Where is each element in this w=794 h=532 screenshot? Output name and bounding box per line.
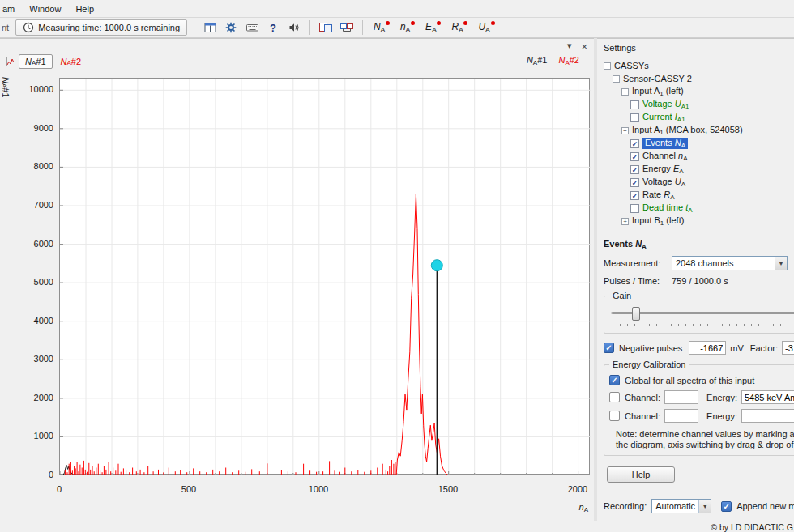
help-button-icon[interactable]: ? bbox=[264, 19, 282, 36]
channel-1-input[interactable] bbox=[664, 390, 698, 404]
display-settings-button[interactable] bbox=[201, 19, 219, 36]
collapse-icon[interactable]: − bbox=[621, 127, 629, 134]
tree-item-label[interactable]: Voltage UA1 bbox=[642, 99, 689, 110]
tree-item-label[interactable]: Current IA1 bbox=[642, 112, 685, 123]
energy-calibration-group: Energy Calibration ✓ Global for all spec… bbox=[604, 364, 794, 456]
menu-bar: am Window Help bbox=[0, 0, 794, 18]
negative-pulses-input[interactable] bbox=[689, 341, 726, 355]
tree-item-label[interactable]: Voltage UA bbox=[642, 177, 685, 188]
tree-checkbox[interactable]: ✓ bbox=[630, 165, 639, 174]
tree-item-label[interactable]: Energy EA bbox=[642, 164, 684, 175]
menu-diagram[interactable]: am bbox=[0, 2, 22, 16]
negative-pulses-checkbox[interactable]: ✓ bbox=[604, 343, 614, 353]
settings-gear-button[interactable] bbox=[222, 19, 240, 36]
measuring-time-button[interactable]: Measuring time: 1000.0 s remaining bbox=[15, 19, 187, 36]
question-icon: ? bbox=[270, 22, 276, 34]
collapse-icon[interactable]: − bbox=[621, 88, 629, 96]
tree-item[interactable]: −Input A1 (left) bbox=[602, 85, 794, 98]
append-measurement-checkbox[interactable]: ✓ bbox=[721, 501, 732, 512]
gain-slider[interactable] bbox=[611, 306, 794, 328]
recording-row: Recording: Automatic ▼ ✓ Append new mea bbox=[604, 499, 794, 513]
tree-checkbox[interactable] bbox=[630, 204, 639, 213]
energy-2-input[interactable] bbox=[741, 409, 794, 423]
recording-select[interactable]: Automatic ▼ bbox=[651, 499, 711, 513]
tree-item[interactable]: ✓Voltage UA bbox=[602, 176, 794, 189]
energy-1-input[interactable] bbox=[741, 390, 794, 404]
x-tick-label: 0 bbox=[43, 484, 75, 494]
tree-item-label[interactable]: Sensor-CASSY 2 bbox=[623, 74, 692, 83]
tree-item-label[interactable]: Input A1 (MCA box, 524058) bbox=[632, 125, 743, 136]
quantity-button-ua[interactable]: UA bbox=[474, 19, 499, 36]
clock-icon bbox=[23, 22, 34, 33]
channel-1-checkbox[interactable] bbox=[609, 392, 620, 402]
tree-checkbox[interactable]: ✓ bbox=[630, 139, 639, 148]
tree-checkbox[interactable]: ✓ bbox=[630, 191, 639, 200]
keyboard-icon bbox=[246, 22, 258, 33]
negative-pulses-label: Negative pulses bbox=[619, 343, 682, 353]
tree-item-label[interactable]: Channel nA bbox=[642, 151, 688, 162]
menu-window[interactable]: Window bbox=[22, 2, 68, 16]
gain-slider-thumb[interactable] bbox=[632, 307, 640, 321]
tree-item-label[interactable]: Events NA bbox=[642, 138, 688, 149]
quantity-button-na[interactable]: nA bbox=[396, 19, 420, 36]
tree-item[interactable]: +Input B1 (left) bbox=[602, 215, 794, 228]
tree-item-label[interactable]: Rate RA bbox=[642, 189, 675, 201]
settings-tree: −CASSYs−Sensor-CASSY 2−Input A1 (left)Vo… bbox=[597, 59, 794, 228]
quantity-button-ea[interactable]: EA bbox=[421, 19, 446, 36]
factor-input[interactable] bbox=[782, 341, 794, 355]
collapse-icon[interactable]: − bbox=[613, 75, 620, 83]
tree-item-label[interactable]: Input A1 (left) bbox=[632, 86, 684, 97]
tree-item[interactable]: ✓Events NA bbox=[602, 137, 794, 150]
quantity-button-ra[interactable]: RA bbox=[447, 19, 472, 36]
toolbar-separator bbox=[194, 20, 194, 35]
marker-dot[interactable] bbox=[431, 260, 442, 271]
channel-2-checkbox[interactable] bbox=[609, 411, 620, 421]
y-tick-label: 10000 bbox=[3, 84, 53, 94]
quantity-button-na[interactable]: NA bbox=[369, 19, 395, 36]
tree-item-label[interactable]: Input B1 (left) bbox=[632, 215, 684, 227]
tree-item[interactable]: ✓Energy EA bbox=[602, 163, 794, 176]
expand-icon[interactable]: + bbox=[621, 218, 629, 225]
global-calibration-checkbox[interactable]: ✓ bbox=[609, 375, 620, 385]
menu-help[interactable]: Help bbox=[68, 2, 101, 16]
tree-item[interactable]: −Input A1 (MCA box, 524058) bbox=[602, 124, 794, 137]
help-button[interactable]: Help bbox=[607, 466, 675, 483]
cassy-arrange-icon bbox=[340, 22, 353, 33]
speaker-icon bbox=[288, 22, 300, 33]
tree-item[interactable]: Current IA1 bbox=[602, 111, 794, 124]
series-na2-spikes bbox=[65, 460, 395, 475]
tree-item[interactable]: ✓Rate RA bbox=[602, 189, 794, 202]
tree-item[interactable]: Voltage UA1 bbox=[602, 98, 794, 111]
arrange-cassy-modules-button[interactable] bbox=[338, 19, 356, 36]
y-tick-label: 1000 bbox=[3, 431, 53, 440]
tree-item[interactable]: −Sensor-CASSY 2 bbox=[602, 72, 794, 85]
plot-area[interactable] bbox=[59, 78, 590, 475]
measurement-select[interactable]: 2048 channels ▼ bbox=[672, 256, 788, 270]
new-quantity-dot bbox=[491, 21, 495, 25]
panel-menu-button[interactable]: ▾ bbox=[567, 40, 572, 53]
legend-series-1[interactable]: NA#1 bbox=[527, 55, 548, 66]
tree-item-label[interactable]: Dead time tA bbox=[642, 202, 693, 214]
tree-checkbox[interactable] bbox=[630, 100, 639, 109]
new-quantity-dot bbox=[463, 21, 467, 25]
tree-item[interactable]: Dead time tA bbox=[602, 202, 794, 215]
diagram-tab-row: NA#1 NA#2 NA#1 NA#2 bbox=[5, 53, 589, 70]
tab-na1[interactable]: NA#1 bbox=[19, 54, 53, 69]
tree-checkbox[interactable]: ✓ bbox=[630, 152, 639, 161]
factor-label: Factor: bbox=[750, 343, 778, 353]
tree-checkbox[interactable]: ✓ bbox=[630, 178, 639, 187]
tree-item-label[interactable]: CASSYs bbox=[614, 61, 649, 70]
legend-series-2[interactable]: NA#2 bbox=[558, 55, 579, 66]
show-cassy-modules-button[interactable] bbox=[317, 19, 335, 36]
tab-na2[interactable]: NA#2 bbox=[55, 55, 88, 68]
energy-1-label: Energy: bbox=[706, 393, 737, 402]
tree-checkbox[interactable] bbox=[630, 113, 639, 122]
chevron-down-icon: ▼ bbox=[698, 500, 711, 513]
tree-item[interactable]: −CASSYs bbox=[602, 59, 794, 72]
panel-close-button[interactable]: × bbox=[581, 40, 587, 53]
onscreen-keyboard-button[interactable] bbox=[243, 19, 261, 36]
tree-item[interactable]: ✓Channel nA bbox=[602, 150, 794, 163]
collapse-icon[interactable]: − bbox=[604, 62, 611, 70]
audio-button[interactable] bbox=[285, 19, 303, 36]
channel-2-input[interactable] bbox=[664, 409, 698, 423]
